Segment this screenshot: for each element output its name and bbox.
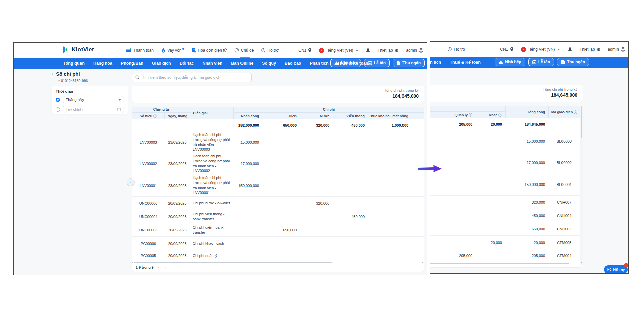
nav-phong-ban[interactable]: Phòng/Bàn [121,61,143,66]
horizontal-scrollbar[interactable] [430,262,583,265]
table-row[interactable]: 450,000 CNH004 [430,209,583,222]
table-row[interactable]: 15,000,000 BL00003 [430,130,583,152]
notification-dot-icon [182,48,184,50]
menu-item-ho-tro[interactable]: ! Hỗ trợ [447,47,465,52]
nav-giao-dich[interactable]: Giao dịch [152,61,171,66]
nav-phan-tich[interactable]: Phân tích [430,60,441,65]
horizontal-scrollbar[interactable]: ◂ ▸ [132,261,424,264]
table-row[interactable]: 320,000 CNH007 [430,196,583,209]
pagination: 1-9 trong 9 ‹ › [132,264,424,271]
bell-icon [366,48,370,53]
screenshot-left-panel: KiotViet Thanh toán $ Vay vốn Hoá đơ [13,42,427,275]
cashier-receipt-icon [397,61,400,65]
vertical-scrollbar[interactable]: ▾ [580,106,583,265]
radio-custom[interactable] [56,107,60,112]
table-row[interactable]: UNC00004 20/09/2025 Chi phí viễn thông -… [132,210,424,223]
main-nav: Phân tích Thuế & Kế toán Nhà bếp Lễ tân … [430,57,628,68]
user-account[interactable]: admin [406,48,423,53]
scrollbar-thumb[interactable] [134,262,332,263]
table-row[interactable]: PC00005 20/09/2025 Chi phí quản lý - [132,250,424,261]
totals-row: 205,000 20,000 184,645,000 [430,118,583,130]
info-icon[interactable]: i [498,113,502,117]
table-row[interactable]: UNC00003 20/09/2025 Chi phí điện - bank … [132,223,424,237]
menu-item-ho-tro[interactable]: ! Hỗ trợ [261,48,279,53]
kitchen-button[interactable]: Nhà bếp [330,59,361,67]
cashier-button[interactable]: Thu ngân [557,58,589,66]
table-row[interactable]: UNC00006 20/09/2025 Chi phí nước - e-wal… [132,197,424,210]
support-chat-icon: ! [261,48,266,53]
language-selector[interactable]: ★ Tiếng Việt (VN) [521,47,560,52]
table-row[interactable]: 20,000 20,000 CTM005 [430,236,583,249]
nav-doi-tac[interactable]: Đối tác [180,61,194,66]
support-floating-button[interactable]: Hỗ trợ [604,265,628,274]
col-quan-ly: Quản lýi [430,112,476,118]
scrollbar-thumb[interactable] [581,106,582,138]
nav-hang-hoa[interactable]: Hàng hóa [93,61,112,66]
time-range-select[interactable]: Tháng này [63,96,124,103]
table-row[interactable]: 650,000 CNH003 [430,222,583,236]
menu-item-thanh-toan[interactable]: Thanh toán [126,48,154,53]
total-khac: 20,000 [476,118,505,130]
radio-this-month[interactable] [56,98,60,102]
location-pin-icon [308,48,312,53]
notifications-bell[interactable] [568,47,572,52]
table-row[interactable]: LNV00001 23/09/2025 Hạch toán chi phí lư… [132,174,424,197]
col-khac: Kháci [476,112,505,118]
menu-item-hoa-don-dien-tu[interactable]: Hoá đơn điện tử [192,48,227,53]
nav-tong-quan[interactable]: Tổng quan [63,61,85,66]
table-row[interactable]: 205,000 205,000 CTM004 [430,249,583,262]
info-icon[interactable]: i [153,114,157,118]
menu-item-chu-de[interactable]: Chủ đề Beta [234,48,254,53]
info-icon[interactable]: i [469,113,472,117]
pagination-label: 1-9 trong 9 [136,265,154,269]
kitchen-button[interactable]: Nhà bếp [495,58,525,66]
top-menu: Thanh toán $ Vay vốn Hoá đơn điện tử Ch [126,43,423,58]
page-next-chevron[interactable]: › [164,265,166,270]
notifications-bell[interactable] [366,48,370,53]
user-account[interactable]: admin [608,47,625,52]
kitchen-dome-icon [334,61,339,65]
calendar-icon[interactable] [117,107,121,111]
nav-bao-cao[interactable]: Báo cáo [285,61,301,66]
table-row[interactable]: LNV00002 23/09/2025 Hạch toán chi phí lư… [132,153,424,174]
vietnam-flag-icon: ★ [319,48,324,53]
collapse-sidebar-chevron[interactable]: ‹ [127,178,135,186]
scroll-left-arrow-icon[interactable]: ◂ [132,261,133,264]
info-icon[interactable]: i [574,110,577,114]
scrollbar-thumb[interactable] [430,263,569,264]
search-input[interactable] [141,75,249,80]
summary-label: Tổng chi phí trong kỳ [432,87,577,91]
nav-so-quy[interactable]: Sổ quỹ [262,61,276,66]
table-row[interactable]: PC00006 20/09/2025 Chi phí khác - cash [132,237,424,250]
settings-link[interactable]: Thiết lập ⚙ [378,48,399,53]
language-selector[interactable]: ★ Tiếng Việt (VN) [319,48,358,53]
nav-phan-tich[interactable]: Phân tích [310,61,328,66]
back-chevron-icon[interactable]: ‹ [52,71,53,77]
reception-button[interactable]: Lễ tân [528,58,554,66]
table-row[interactable]: LNV00003 23/09/2025 Hạch toán chi phí lư… [132,131,424,153]
page-prev-chevron[interactable]: ‹ [158,265,160,270]
settings-link[interactable]: Thiết lập ⚙ [580,47,601,52]
reception-button[interactable]: Lễ tân [364,59,390,67]
table-row[interactable]: 150,000,000 BL00001 [430,173,583,196]
nav-nhan-vien[interactable]: Nhân viên [202,61,222,66]
branch-selector[interactable]: CN1 [500,47,514,52]
scroll-down-arrow-icon[interactable]: ▾ [580,261,583,264]
col-vien-thong: Viễn thông [333,113,368,119]
nav-ban-online[interactable]: Bán Online [231,61,253,66]
gear-icon: ⚙ [597,47,601,52]
nav-thue-ke-toan[interactable]: Thuế & Kế toán [450,60,481,65]
kiotviet-logo[interactable]: KiotViet [61,45,94,54]
custom-date-input[interactable]: Tùy chỉnh [63,106,124,113]
user-avatar-icon [621,47,625,52]
chat-bubble-icon [607,268,611,272]
col-tong-cong: Tổng cộng [505,106,548,118]
col-so-hieu: Số hiệui [132,113,164,119]
col-ma-giao-dich: Mã giao dịchi [548,106,580,118]
branch-selector[interactable]: CN1 [298,48,312,53]
menu-item-vay-von[interactable]: $ Vay vốn [161,48,184,53]
table-row[interactable]: 17,000,000 BL00002 [430,152,583,173]
quick-buttons: Nhà bếp Lễ tân Thu ngân [330,59,425,67]
cashier-button[interactable]: Thu ngân [393,59,425,67]
scroll-right-arrow-icon[interactable]: ▸ [422,261,423,264]
